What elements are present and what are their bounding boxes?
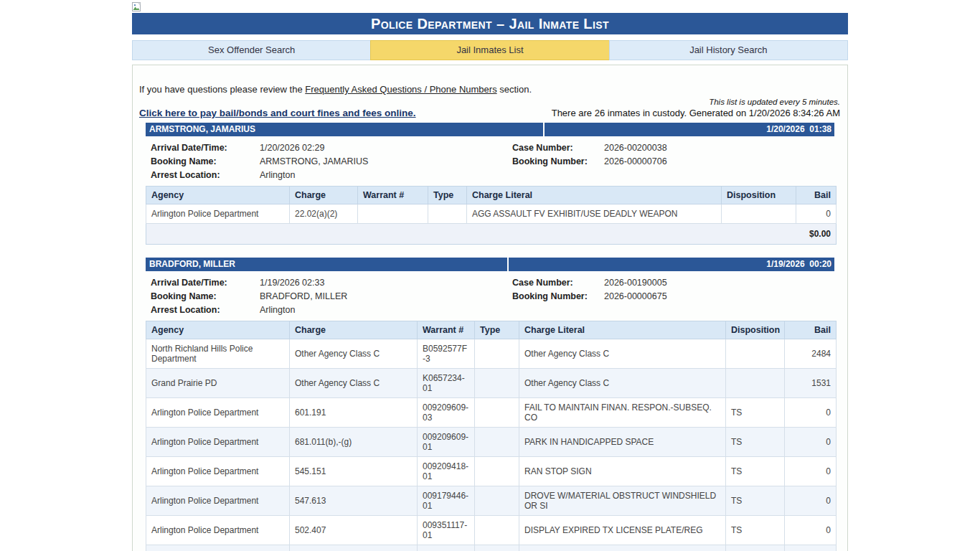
cell-warrant: B0592577F-3 (418, 339, 475, 369)
charges-header-row: AgencyChargeWarrant #TypeCharge LiteralD… (146, 321, 837, 339)
cell-type (428, 204, 467, 224)
case-number-label: Case Number: (512, 278, 604, 288)
cell-agency: Arlington Police Department (146, 457, 290, 486)
tab-jail-inmates-list[interactable]: Jail Inmates List (370, 40, 609, 60)
cell-disposition (722, 204, 796, 224)
booking-number-label: Booking Number: (512, 291, 604, 301)
inmate-header-bar: BRADFORD, MILLER 1/19/2026 00:20 (146, 258, 834, 271)
faq-suffix: section. (497, 84, 532, 95)
cell-warrant: 009351117-01 (418, 516, 475, 545)
tab-jail-history-search[interactable]: Jail History Search (609, 40, 848, 60)
cell-charge: 545.151 (290, 457, 418, 486)
booking-name-label: Booking Name: (151, 156, 260, 166)
booking-name-value: ARMSTRONG, JAMARIUS (260, 156, 512, 166)
arrest-location-value: Arlington (260, 170, 512, 180)
arrest-location-value: Arlington (260, 305, 512, 315)
column-header: Charge Literal (519, 321, 726, 339)
column-header: Bail (796, 187, 837, 204)
cell-disposition: TS (726, 516, 785, 545)
arrest-location-label: Arrest Location: (151, 170, 260, 180)
faq-link[interactable]: Frequently Asked Questions / Phone Numbe… (305, 84, 496, 95)
page-title: Police Department – Jail Inmate List (132, 13, 848, 34)
cell-disposition: TS (726, 398, 785, 428)
column-header: Warrant # (358, 187, 428, 204)
pay-bail-link[interactable]: Click here to pay bail/bonds and court f… (139, 108, 416, 118)
booking-number-value: 2026-00000675 (604, 291, 834, 301)
cell-type (475, 339, 519, 369)
cell-warrant: 009179446-01 (418, 486, 475, 516)
column-header: Charge Literal (467, 187, 722, 204)
inmate-record: ARMSTRONG, JAMARIUS 1/20/2026 01:38 Arri… (146, 123, 834, 245)
cell-warrant: 009209418-01 (418, 457, 475, 486)
cell-literal: FAIL TO MAINTAIN FINAN. RESPON.-SUBSEQ. … (519, 398, 726, 428)
arrival-value: 1/19/2026 02:33 (260, 278, 512, 288)
cell-agency: Arlington Police Department (146, 545, 290, 551)
cell-type (475, 545, 519, 551)
cell-literal: DROVE W/MATERIAL OBSTRUCT WINDSHIELD OR … (519, 486, 726, 516)
cell-disposition: TS (726, 428, 785, 457)
column-header: Charge (290, 321, 418, 339)
cell-bail: 0 (785, 486, 837, 516)
charges-table: AgencyChargeWarrant #TypeCharge LiteralD… (146, 321, 837, 551)
cell-literal: RAN STOP SIGN (519, 457, 726, 486)
case-number-label: Case Number: (512, 143, 604, 153)
column-header: Charge (290, 187, 358, 204)
charge-row: Arlington Police Department681.011(b),-(… (146, 428, 837, 457)
booking-number-value: 2026-00000706 (604, 156, 834, 166)
cell-bail: 0 (785, 398, 837, 428)
inmate-record: BRADFORD, MILLER 1/19/2026 00:20 Arrival… (146, 258, 834, 551)
inmate-info: Arrival Date/Time: 1/20/2026 02:29 Case … (146, 143, 834, 180)
tab-sex-offender-search[interactable]: Sex Offender Search (132, 40, 371, 60)
inmate-name: ARMSTRONG, JAMARIUS (146, 123, 543, 136)
cell-type (475, 486, 519, 516)
cell-bail: 0 (796, 204, 837, 224)
column-header: Type (475, 321, 519, 339)
charge-row: Arlington Police Department547.613009179… (146, 486, 837, 516)
inmate-header-date: 1/20/2026 01:38 (545, 123, 834, 136)
charge-row: Grand Prairie PDOther Agency Class CK065… (146, 369, 837, 398)
cell-literal: AGG ASSAULT FV EXHIBIT/USE DEADLY WEAPON (467, 204, 722, 224)
charge-row: Arlington Police Department502.407009351… (146, 516, 837, 545)
cell-disposition (726, 369, 785, 398)
column-header: Type (428, 187, 467, 204)
booking-number-label: Booking Number: (512, 156, 604, 166)
cell-agency: North Richland Hills Police Department (146, 339, 290, 369)
cell-disposition: TS (726, 545, 785, 551)
content-panel: If you have questions please review the … (132, 65, 848, 551)
cell-warrant (358, 204, 428, 224)
cell-warrant: 009209609-03 (418, 398, 475, 428)
custody-count-line: There are 26 inmates in custody. Generat… (552, 108, 841, 118)
updated-note: This list is updated every 5 minutes. (139, 98, 840, 106)
cell-literal: Other Agency Class C (519, 369, 726, 398)
cell-disposition: TS (726, 457, 785, 486)
cell-charge: Other Agency Class C (290, 369, 418, 398)
cell-bail: 2484 (785, 339, 837, 369)
arrival-label: Arrival Date/Time: (151, 143, 260, 153)
bail-total-value: $0.00 (146, 224, 837, 245)
column-header: Agency (146, 321, 290, 339)
cell-bail: 1531 (785, 369, 837, 398)
page-container: Police Department – Jail Inmate List Sex… (132, 0, 848, 551)
cell-type (475, 428, 519, 457)
tab-bar: Sex Offender Search Jail Inmates List Ja… (132, 40, 848, 60)
cell-charge: 601.191 (290, 398, 418, 428)
cell-bail: 0 (785, 428, 837, 457)
case-number-value: 2026-00200038 (604, 143, 834, 153)
cell-literal: PARK IN HANDICAPPED SPACE (519, 428, 726, 457)
charge-row: Arlington Police DepartmentTRC 502.475(a… (146, 545, 837, 551)
arrest-location-label: Arrest Location: (151, 305, 260, 315)
charge-row: North Richland Hills Police DepartmentOt… (146, 339, 837, 369)
booking-name-label: Booking Name: (151, 291, 260, 301)
faq-prefix: If you have questions please review the (139, 84, 305, 95)
cell-type (475, 457, 519, 486)
cell-type (475, 516, 519, 545)
inmate-header-date: 1/19/2026 00:20 (509, 258, 834, 271)
broken-image-icon (132, 2, 142, 12)
cell-warrant: 009209609-04 (418, 545, 475, 551)
cell-charge: 547.613 (290, 486, 418, 516)
cell-agency: Grand Prairie PD (146, 369, 290, 398)
arrival-label: Arrival Date/Time: (151, 278, 260, 288)
cell-charge: 22.02(a)(2) (290, 204, 358, 224)
cell-literal: Other Agency Class C (519, 339, 726, 369)
cell-charge: 502.407 (290, 516, 418, 545)
